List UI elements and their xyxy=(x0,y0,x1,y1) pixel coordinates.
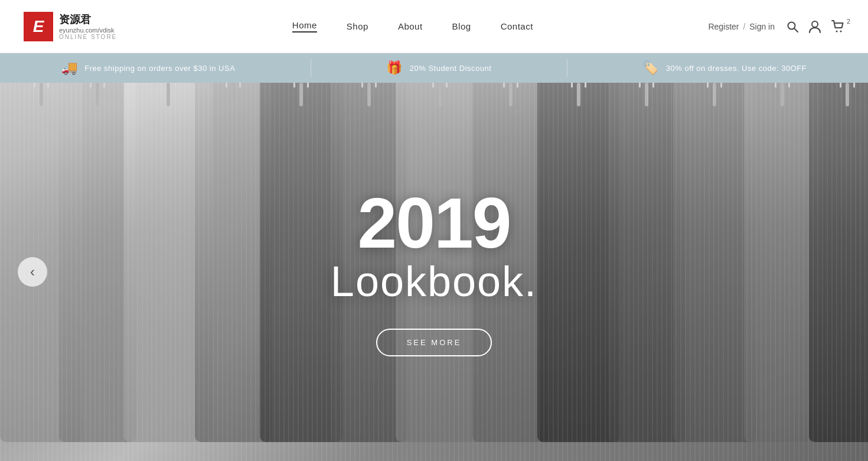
nav-shop[interactable]: Shop xyxy=(347,21,368,31)
search-icon xyxy=(787,21,798,33)
cart-button[interactable]: 2 xyxy=(831,20,844,33)
promo-text-3: 30% off on dresses. Use code: 30OFF xyxy=(666,64,807,73)
nav-contact[interactable]: Contact xyxy=(501,21,533,31)
shipping-icon: 🚚 xyxy=(61,60,78,76)
promo-divider-1 xyxy=(311,59,311,77)
promo-text-2: 20% Student Discount xyxy=(410,64,492,73)
svg-point-4 xyxy=(840,30,842,32)
nav-home[interactable]: Home xyxy=(292,20,317,33)
user-icon xyxy=(809,20,821,33)
svg-point-2 xyxy=(812,21,818,27)
promo-item-1: 🚚 Free shipping on orders over $30 in US… xyxy=(61,60,236,76)
promo-bar: 🚚 Free shipping on orders over $30 in US… xyxy=(0,53,868,83)
cart-count: 2 xyxy=(847,18,850,25)
promo-item-3: 🏷️ 30% off on dresses. Use code: 30OFF xyxy=(642,60,807,76)
header-right: Register / Sign in xyxy=(708,20,844,33)
svg-point-3 xyxy=(836,30,838,32)
register-link[interactable]: Register xyxy=(708,22,739,31)
signin-link[interactable]: Sign in xyxy=(749,22,775,31)
account-button[interactable] xyxy=(809,20,821,33)
cart-icon xyxy=(831,20,844,33)
discount-icon: 🏷️ xyxy=(642,60,659,76)
promo-item-2: 🎁 20% Student Discount xyxy=(386,60,491,76)
hero-title: Lookbook. xyxy=(331,258,537,305)
logo-text: 资源君 eyunzhu.com/vdisk ONLINE STORE xyxy=(59,12,117,40)
hero-content: 2019 Lookbook. SEE MORE xyxy=(0,83,868,461)
see-more-button[interactable]: SEE MORE xyxy=(376,329,492,356)
chevron-left-icon: ‹ xyxy=(30,265,35,279)
auth-links: Register / Sign in xyxy=(708,22,775,31)
logo-area[interactable]: E 资源君 eyunzhu.com/vdisk ONLINE STORE xyxy=(24,12,117,41)
promo-text-1: Free shipping on orders over $30 in USA xyxy=(84,64,235,73)
search-button[interactable] xyxy=(787,21,798,33)
slider-prev-button[interactable]: ‹ xyxy=(18,257,47,287)
svg-line-1 xyxy=(794,28,798,32)
hero-year: 2019 xyxy=(358,187,511,258)
header: E 资源君 eyunzhu.com/vdisk ONLINE STORE Hom… xyxy=(0,0,868,53)
logo-subtitle: ONLINE STORE xyxy=(59,34,117,40)
hero-section: 2019 Lookbook. SEE MORE ‹ xyxy=(0,83,868,461)
logo-title: 资源君 xyxy=(59,12,117,27)
logo-icon: E xyxy=(24,12,53,41)
gift-icon: 🎁 xyxy=(386,60,403,76)
nav-about[interactable]: About xyxy=(398,21,423,31)
promo-divider-2 xyxy=(567,59,567,77)
header-icons: 2 xyxy=(787,20,844,33)
auth-separator: / xyxy=(743,22,745,31)
main-nav: Home Shop About Blog Contact xyxy=(292,20,533,33)
nav-blog[interactable]: Blog xyxy=(452,21,471,31)
logo-url: eyunzhu.com/vdisk xyxy=(59,27,117,34)
